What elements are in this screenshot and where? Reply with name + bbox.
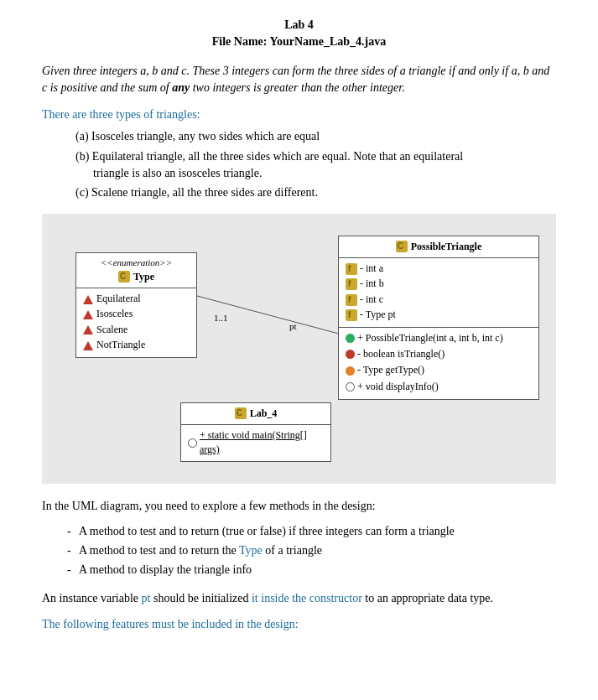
- field-b: - int b: [346, 277, 532, 291]
- method-icon: [346, 366, 355, 376]
- method-displayinfo: + void displayInfo(): [346, 380, 532, 394]
- list-item: (b) Equilateral triangle, all the three …: [75, 148, 556, 183]
- post-uml-para1: In the UML diagram, you need to explore …: [42, 497, 556, 515]
- post-uml-para2: An instance variable pt should be initia…: [42, 589, 556, 607]
- field-icon: [346, 263, 357, 275]
- methods-list: A method to test and to return (true or …: [67, 523, 556, 579]
- pt-class-name: PossibleTriangle: [411, 240, 481, 254]
- uml-diagram: 1..1 pt <<enumeration>> Type Equilateral: [42, 214, 556, 484]
- list-item: (c) Scalene triangle, all the three side…: [75, 184, 556, 201]
- triangle-icon: [83, 295, 93, 304]
- svg-line-0: [197, 296, 348, 336]
- field-a: - int a: [346, 262, 532, 276]
- lab4-class-box: Lab_4 + static void main(String[] args): [180, 402, 331, 462]
- field-icon: [346, 309, 357, 321]
- triangle-icon: [83, 310, 93, 319]
- types-heading: There are three types of triangles:: [42, 106, 556, 123]
- field-icon: [346, 294, 357, 306]
- method-gettype: - Type getType(): [346, 363, 532, 377]
- field-icon: [346, 278, 357, 290]
- triangle-types-list: (a) Isosceles triangle, any two sides wh…: [75, 128, 556, 201]
- type-value-isosceles: Isosceles: [83, 307, 190, 321]
- possible-triangle-box: PossibleTriangle - int a - int b - int c: [338, 236, 539, 401]
- list-item: A method to test and to return (true or …: [67, 523, 556, 540]
- triangle-icon: [83, 325, 93, 334]
- header-line1: Lab 4: [42, 17, 556, 34]
- class-icon: [396, 241, 408, 252]
- type-class-name: Type: [133, 270, 154, 284]
- method-istriangle: - boolean isTriangle(): [346, 347, 532, 361]
- method-icon: [346, 382, 355, 391]
- method-main: + static void main(String[] args): [188, 428, 324, 458]
- svg-text:pt: pt: [289, 321, 297, 331]
- class-icon: [235, 407, 247, 419]
- type-value-scalene: Scalene: [83, 323, 190, 337]
- type-value-equilateral: Equilateral: [83, 292, 190, 306]
- triangle-icon: [83, 341, 93, 350]
- post-uml-para3: The following features must be included …: [42, 615, 556, 633]
- class-icon: [118, 271, 130, 283]
- page-title: Lab 4 File Name: YourName_Lab_4.java: [42, 17, 556, 51]
- field-c: - int c: [346, 293, 532, 307]
- type-class-box: <<enumeration>> Type Equilateral Isoscel…: [75, 252, 197, 358]
- method-icon: [346, 334, 355, 343]
- svg-text:1..1: 1..1: [214, 313, 228, 323]
- list-item: A method to test and to return the Type …: [67, 542, 556, 559]
- list-item: (a) Isosceles triangle, any two sides wh…: [75, 128, 556, 145]
- type-value-nottriangle: NotTriangle: [83, 338, 190, 352]
- method-constructor: + PossibleTriangle(int a, int b, int c): [346, 331, 532, 345]
- intro-paragraph: Given three integers a, b and c. These 3…: [42, 63, 556, 97]
- list-item: A method to display the triangle info: [67, 562, 556, 578]
- field-pt: - Type pt: [346, 308, 532, 322]
- header-line2: File Name: YourName_Lab_4.java: [42, 34, 556, 50]
- stereotype-label: <<enumeration>>: [81, 257, 191, 270]
- method-icon: [188, 438, 197, 448]
- lab4-class-name: Lab_4: [250, 407, 278, 421]
- method-icon: [346, 350, 355, 359]
